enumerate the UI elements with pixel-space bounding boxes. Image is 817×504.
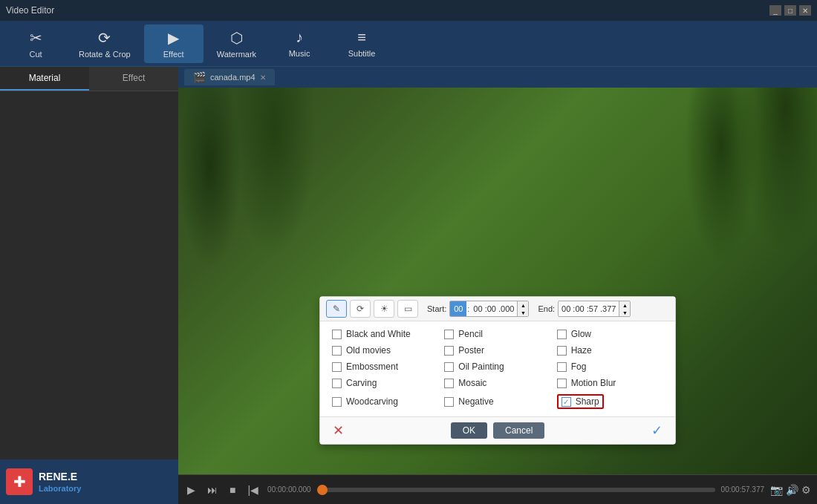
close-button[interactable]: ✕	[799, 5, 811, 16]
stop-button[interactable]: ■	[227, 482, 238, 497]
start-spin-down[interactable]: ▼	[518, 309, 528, 316]
toolbar-music[interactable]: ♪ Music	[270, 24, 329, 62]
effects-crop-icon[interactable]: ▭	[397, 300, 418, 318]
end-spin[interactable]: ▲ ▼	[619, 301, 630, 316]
effect-pencil[interactable]: Pencil	[444, 327, 550, 341]
effect-old-movies[interactable]: Old movies	[332, 344, 438, 357]
start-label: Start:	[427, 304, 446, 313]
effects-edit-icon[interactable]: ✎	[326, 300, 347, 318]
end-time-group: End: 00 :00 :57 .377 ▲ ▼	[538, 301, 631, 317]
effects-brightness-icon[interactable]: ☀	[374, 300, 394, 318]
progress-thumb[interactable]	[317, 485, 328, 495]
effect-pencil-label: Pencil	[458, 329, 483, 339]
effect-sharp-label: Sharp	[576, 396, 599, 407]
ok-button[interactable]: OK	[451, 422, 487, 439]
checkbox-haze[interactable]	[557, 346, 567, 356]
effect-carving[interactable]: Carving	[332, 376, 438, 390]
checkbox-woodcarving[interactable]	[332, 397, 342, 407]
effect-negative[interactable]: Negative	[444, 393, 550, 410]
file-tab-canada[interactable]: 🎬 canada.mp4 ✕	[184, 69, 275, 85]
checkbox-motion-blur[interactable]	[557, 379, 567, 388]
rotate-icon: ⟳	[98, 29, 111, 47]
effect-embossment[interactable]: Embossment	[332, 360, 438, 373]
effect-glow[interactable]: Glow	[557, 327, 663, 341]
timeline: ▶ ⏭ ■ |◀ 00:00:00.000 00:00:57.377 📷 🔊 ⚙	[178, 474, 817, 504]
toolbar-effect[interactable]: ▶ Effect	[144, 24, 204, 63]
subtitle-icon: ≡	[357, 29, 366, 46]
toolbar-cut[interactable]: ✂ Cut	[6, 24, 65, 63]
start-time-input[interactable]: : 00 :00 .000 ▲ ▼	[449, 301, 529, 317]
volume-icon[interactable]: 🔊	[786, 484, 798, 496]
toolbar-watermark[interactable]: ⬡ Watermark	[206, 24, 267, 63]
end-time-input[interactable]: 00 :00 :57 .377 ▲ ▼	[558, 301, 631, 317]
effect-sharp[interactable]: Sharp	[557, 393, 663, 410]
logo-area: ✚ RENE.E Laboratory	[0, 459, 178, 504]
cancel-button[interactable]: Cancel	[493, 422, 544, 439]
end-spin-down[interactable]: ▼	[619, 309, 630, 316]
file-tab-close[interactable]: ✕	[260, 73, 266, 82]
checkbox-oil-painting[interactable]	[444, 362, 454, 372]
watermark-label: Watermark	[217, 50, 256, 59]
effect-haze[interactable]: Haze	[557, 344, 663, 357]
effect-fog[interactable]: Fog	[557, 360, 663, 373]
checkbox-poster[interactable]	[444, 346, 454, 356]
cut-label: Cut	[29, 50, 42, 59]
confirm-icon-btn[interactable]: ✓	[648, 422, 666, 439]
video-canvas: 11:30AM NIZZA GARDEN ✎ ⟳ ☀ ▭ Start:	[178, 88, 817, 474]
effect-mosaic[interactable]: Mosaic	[444, 376, 550, 390]
checkbox-old-movies[interactable]	[332, 346, 342, 356]
effect-glow-label: Glow	[571, 329, 591, 339]
camera-icon[interactable]: 📷	[770, 484, 783, 496]
start-spin-up[interactable]: ▲	[518, 301, 528, 309]
window-controls: _ □ ✕	[769, 5, 811, 16]
minimize-button[interactable]: _	[769, 5, 781, 16]
effect-label: Effect	[163, 50, 184, 59]
toolbar-rotate[interactable]: ⟳ Rotate & Crop	[68, 24, 141, 63]
tab-effect[interactable]: Effect	[89, 67, 178, 91]
checkbox-embossment[interactable]	[332, 362, 342, 372]
checkbox-fog[interactable]	[557, 362, 567, 372]
title-bar: Video Editor _ □ ✕	[0, 0, 817, 21]
effect-poster[interactable]: Poster	[444, 344, 550, 357]
app-title: Video Editor	[6, 5, 54, 16]
next-frame-button[interactable]: ⏭	[204, 482, 221, 497]
start-hours[interactable]	[450, 301, 466, 316]
end-spin-up[interactable]: ▲	[619, 301, 630, 309]
checkbox-negative[interactable]	[444, 397, 454, 407]
panel-actions: ✕ OK Cancel ✓	[320, 416, 675, 444]
logo-text: RENE.E Laboratory	[39, 470, 81, 494]
ok-cancel-group: OK Cancel	[451, 422, 545, 439]
timeline-progress[interactable]	[317, 488, 715, 492]
checkbox-carving[interactable]	[332, 379, 342, 388]
checkbox-black-white[interactable]	[332, 330, 342, 339]
checkbox-sharp[interactable]	[562, 397, 571, 407]
music-icon: ♪	[296, 29, 303, 46]
settings-icon[interactable]: ⚙	[801, 484, 811, 496]
effect-embossment-label: Embossment	[346, 361, 398, 372]
tab-material[interactable]: Material	[0, 67, 89, 91]
subtitle-label: Subtitle	[348, 49, 376, 58]
effect-fog-label: Fog	[571, 361, 587, 372]
effect-oil-painting[interactable]: Oil Painting	[444, 360, 550, 373]
toolbar-subtitle[interactable]: ≡ Subtitle	[332, 24, 391, 62]
play-button[interactable]: ▶	[184, 482, 198, 497]
maximize-button[interactable]: □	[784, 5, 796, 16]
checkbox-glow[interactable]	[557, 330, 567, 339]
cancel-icon-btn[interactable]: ✕	[329, 422, 347, 439]
left-panel: Material Effect ✚ RENE.E Laboratory	[0, 67, 178, 504]
end-label: End:	[538, 304, 555, 313]
effect-black-white[interactable]: Black and White	[332, 327, 438, 341]
file-tab-bar: 🎬 canada.mp4 ✕	[178, 67, 817, 88]
rotate-label: Rotate & Crop	[79, 50, 131, 59]
effect-negative-label: Negative	[458, 396, 493, 407]
effect-woodcarving[interactable]: Woodcarving	[332, 393, 438, 410]
checkbox-pencil[interactable]	[444, 330, 454, 339]
start-spin[interactable]: ▲ ▼	[517, 301, 528, 316]
timeline-start-time: 00:00:00.000	[267, 485, 310, 494]
checkbox-mosaic[interactable]	[444, 379, 454, 388]
effects-rotate-icon[interactable]: ⟳	[350, 300, 371, 318]
timeline-end-time: 00:00:57.377	[721, 485, 764, 494]
effect-motion-blur[interactable]: Motion Blur	[557, 376, 663, 390]
trim-button[interactable]: |◀	[244, 482, 261, 497]
main-area: Material Effect ✚ RENE.E Laboratory 🎬 ca…	[0, 67, 817, 504]
